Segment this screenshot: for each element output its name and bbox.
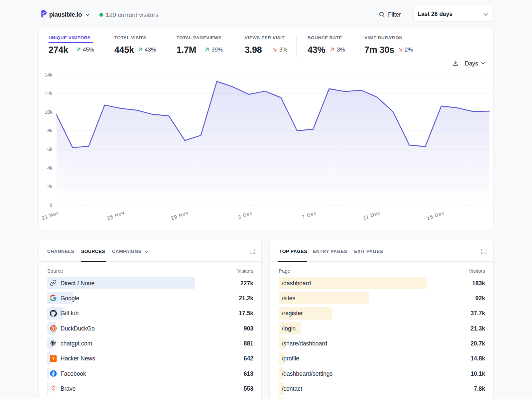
svg-text:4k: 4k — [47, 165, 53, 171]
svg-text:25 Nov: 25 Nov — [106, 209, 125, 221]
svg-text:15 Dec: 15 Dec — [426, 209, 445, 221]
svg-text:12k: 12k — [45, 91, 53, 96]
svg-text:0: 0 — [50, 202, 53, 208]
svg-text:21 Nov: 21 Nov — [41, 209, 60, 221]
svg-text:14k: 14k — [45, 72, 53, 77]
svg-text:7 Dec: 7 Dec — [301, 209, 317, 220]
svg-text:6k: 6k — [47, 147, 53, 152]
svg-text:10k: 10k — [45, 109, 53, 115]
svg-text:2k: 2k — [47, 184, 53, 189]
svg-text:29 Nov: 29 Nov — [170, 209, 189, 221]
svg-text:Y: Y — [52, 356, 55, 361]
svg-text:3 Dec: 3 Dec — [237, 209, 253, 220]
svg-text:11 Dec: 11 Dec — [362, 209, 381, 221]
svg-text:8k: 8k — [47, 128, 53, 133]
